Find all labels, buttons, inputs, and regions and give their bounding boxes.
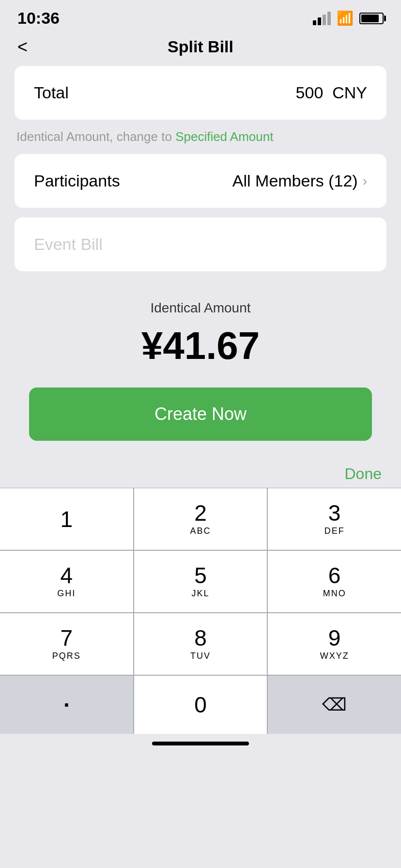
key-0[interactable]: 0 — [134, 676, 267, 734]
signal-icon — [313, 12, 331, 25]
key-1[interactable]: 1 — [0, 488, 133, 550]
numeric-keyboard: 1 2 ABC 3 DEF 4 GHI 5 JKL 6 MNO 7 PQRS 8 — [0, 488, 401, 734]
key-delete[interactable]: ⌫ — [268, 676, 401, 734]
chevron-right-icon: › — [363, 173, 367, 189]
total-label: Total — [34, 83, 69, 102]
specified-amount-link[interactable]: Specified Amount — [175, 129, 273, 144]
create-now-button[interactable]: Create Now — [29, 388, 372, 441]
key-6[interactable]: 6 MNO — [268, 551, 401, 612]
done-button[interactable]: Done — [345, 465, 382, 483]
key-dot[interactable]: · — [0, 676, 133, 734]
key-9[interactable]: 9 WXYZ — [268, 613, 401, 675]
home-bar — [152, 742, 249, 745]
event-bill-placeholder: Event Bill — [34, 235, 103, 253]
page-title: Split Bill — [168, 37, 233, 56]
key-7[interactable]: 7 PQRS — [0, 613, 133, 675]
total-value: 500 CNY — [296, 83, 367, 102]
key-5[interactable]: 5 JKL — [134, 551, 267, 612]
key-2[interactable]: 2 ABC — [134, 488, 267, 550]
key-4[interactable]: 4 GHI — [0, 551, 133, 612]
participants-row[interactable]: Participants All Members (12) › — [15, 154, 386, 208]
key-8[interactable]: 8 TUV — [134, 613, 267, 675]
back-button[interactable]: < — [17, 37, 28, 57]
total-card: Total 500 CNY — [15, 66, 386, 120]
keyboard-area: Done 1 2 ABC 3 DEF 4 GHI 5 JKL 6 MNO — [0, 455, 401, 750]
status-time: 10:36 — [17, 9, 60, 28]
amount-section: Identical Amount ¥41.67 Create Now — [15, 281, 386, 455]
main-content: Total 500 CNY Identical Amount, change t… — [0, 66, 401, 455]
status-icons: 📶 — [313, 10, 384, 26]
done-row: Done — [0, 455, 401, 488]
status-bar: 10:36 📶 — [0, 0, 401, 32]
amount-display: ¥41.67 — [141, 324, 260, 368]
hint-text: Identical Amount, change to Specified Am… — [15, 129, 386, 144]
participants-label: Participants — [34, 171, 120, 190]
key-3[interactable]: 3 DEF — [268, 488, 401, 550]
event-bill-card[interactable]: Event Bill — [15, 217, 386, 271]
participants-value: All Members (12) › — [232, 171, 367, 190]
battery-icon — [359, 13, 384, 24]
nav-header: < Split Bill — [0, 32, 401, 66]
amount-label: Identical Amount — [150, 300, 250, 316]
wifi-icon: 📶 — [337, 10, 354, 26]
participants-card[interactable]: Participants All Members (12) › — [15, 154, 386, 208]
home-indicator — [0, 734, 401, 750]
total-row: Total 500 CNY — [15, 66, 386, 120]
